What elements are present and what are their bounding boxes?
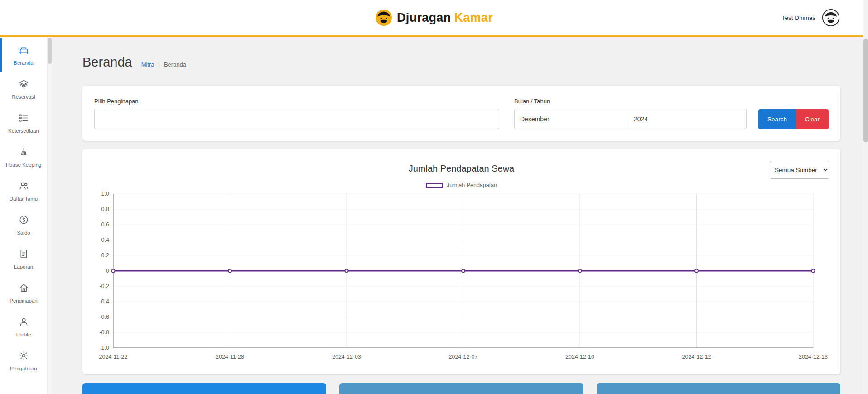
sidebar-item-saldo[interactable]: Saldo	[0, 208, 47, 242]
svg-text:2024-12-07: 2024-12-07	[449, 354, 478, 360]
bulan-tahun-label: Bulan / Tahun	[514, 98, 747, 105]
sidebar-item-label: Saldo	[17, 230, 30, 236]
bottom-card-3	[597, 383, 840, 394]
sidebar-item-penginapan[interactable]: Penginapan	[0, 276, 47, 310]
legend-label: Jumlah Pendapatan	[447, 182, 497, 188]
chart-card: Jumlah Pendapatan Sewa Semua Sumber Juml…	[82, 149, 840, 374]
report-icon	[19, 249, 29, 261]
sidebar-item-reservasi[interactable]: Reservasi	[0, 72, 47, 106]
year-input[interactable]	[628, 109, 747, 129]
sidebar-scrollbar-thumb[interactable]	[48, 38, 52, 64]
user-box: Test Dhimas	[782, 9, 840, 27]
sidebar-item-house-keeping[interactable]: House Keeping	[0, 140, 47, 174]
bottom-card-1	[82, 383, 326, 394]
legend-swatch	[426, 183, 443, 188]
app-header: DjuraganKamar Test Dhimas	[0, 0, 868, 37]
penginapan-field-group: Pilih Penginapan	[94, 98, 499, 129]
revenue-chart: 1.00.80.60.40.20-0.2-0.4-0.6-0.8-1.02024…	[93, 190, 829, 363]
sidebar-item-label: Profile	[16, 332, 31, 338]
svg-text:2024-11-28: 2024-11-28	[216, 354, 244, 360]
penginapan-label: Pilih Penginapan	[94, 98, 499, 105]
sidebar-item-label: Ketersediaan	[8, 128, 39, 134]
svg-text:2024-12-03: 2024-12-03	[332, 354, 361, 360]
chart-title: Jumlah Pendapatan Sewa	[93, 163, 829, 174]
svg-text:1.0: 1.0	[101, 191, 109, 197]
sidebar-item-label: Daftar Tamu	[10, 196, 38, 202]
sidebar-item-label: Pengaturan	[10, 366, 37, 372]
dollar-icon	[19, 215, 29, 227]
source-select[interactable]: Semua Sumber	[770, 161, 829, 179]
svg-text:2024-12-10: 2024-12-10	[565, 354, 594, 360]
checklist-icon	[19, 113, 29, 125]
clear-button[interactable]: Clear	[796, 109, 829, 129]
layers-icon	[19, 79, 29, 91]
breadcrumb-separator: |	[159, 61, 160, 68]
main-content: Beranda Mitra | Beranda Pilih Penginapan…	[52, 37, 868, 394]
bottom-cards-row	[82, 383, 840, 394]
month-input[interactable]	[514, 109, 628, 129]
page-head: Beranda Mitra | Beranda	[82, 55, 840, 70]
filter-actions: Search Clear	[758, 109, 829, 129]
penginapan-input[interactable]	[94, 109, 499, 129]
sidebar-item-label: Penginapan	[10, 298, 37, 304]
breadcrumb: Mitra | Beranda	[141, 61, 186, 68]
sidebar-item-laporan[interactable]: Laporan	[0, 242, 47, 276]
page-scrollbar-thumb[interactable]	[863, 39, 868, 142]
body-row: BerandaReservasiKetersediaanHouse Keepin…	[0, 37, 868, 394]
brand-secondary: Kamar	[454, 11, 493, 24]
filter-card: Pilih Penginapan Bulan / Tahun Search Cl…	[82, 86, 840, 141]
svg-text:2024-11-22: 2024-11-22	[99, 354, 127, 360]
bottom-card-2	[339, 383, 583, 394]
sidebar-item-profile[interactable]: Profile	[0, 310, 47, 344]
sidebar-item-label: Reservasi	[12, 94, 35, 100]
gear-icon	[19, 351, 29, 363]
user-icon	[19, 317, 29, 329]
user-name: Test Dhimas	[782, 14, 815, 21]
breadcrumb-link-mitra[interactable]: Mitra	[141, 61, 154, 68]
sidebar-nav: BerandaReservasiKetersediaanHouse Keepin…	[0, 37, 47, 394]
search-button[interactable]: Search	[758, 109, 796, 129]
home-icon	[19, 283, 29, 295]
svg-text:-1.0: -1.0	[99, 345, 109, 351]
svg-text:-0.6: -0.6	[99, 314, 109, 320]
chart-legend[interactable]: Jumlah Pendapatan	[93, 182, 829, 188]
broom-icon	[19, 147, 29, 159]
sidebar-item-daftar-tamu[interactable]: Daftar Tamu	[0, 174, 47, 208]
brand-logo-icon	[375, 9, 392, 26]
page-scrollbar[interactable]	[863, 0, 868, 394]
svg-text:-0.8: -0.8	[99, 329, 109, 336]
svg-text:2024-12-12: 2024-12-12	[682, 354, 711, 360]
page-title: Beranda	[82, 55, 132, 70]
svg-text:0.2: 0.2	[101, 252, 109, 259]
svg-text:2024-12-13: 2024-12-13	[799, 354, 828, 360]
brand-primary: Djuragan	[397, 11, 451, 24]
bulan-tahun-field-group: Bulan / Tahun	[514, 98, 747, 129]
sidebar-item-label: Laporan	[14, 264, 33, 270]
sidebar-item-pengaturan[interactable]: Pengaturan	[0, 344, 47, 378]
brand: DjuraganKamar	[375, 9, 493, 26]
sidebar-item-label: Beranda	[14, 60, 33, 66]
brand-text: DjuraganKamar	[397, 11, 493, 25]
guests-icon	[19, 181, 29, 193]
svg-text:0.6: 0.6	[101, 221, 109, 228]
svg-text:-0.2: -0.2	[99, 283, 109, 289]
svg-text:0: 0	[106, 268, 109, 274]
month-year-group	[514, 109, 747, 129]
sidebar-item-ketersediaan[interactable]: Ketersediaan	[0, 106, 47, 140]
svg-text:-0.4: -0.4	[99, 298, 109, 305]
svg-text:0.4: 0.4	[101, 237, 109, 243]
sidebar-item-label: House Keeping	[6, 162, 42, 168]
bed-icon	[19, 45, 29, 57]
sidebar-scrollbar[interactable]	[47, 37, 52, 394]
sidebar-item-beranda[interactable]: Beranda	[0, 38, 47, 72]
user-avatar[interactable]	[822, 9, 840, 27]
breadcrumb-current: Beranda	[164, 61, 186, 68]
svg-text:0.8: 0.8	[101, 206, 109, 212]
